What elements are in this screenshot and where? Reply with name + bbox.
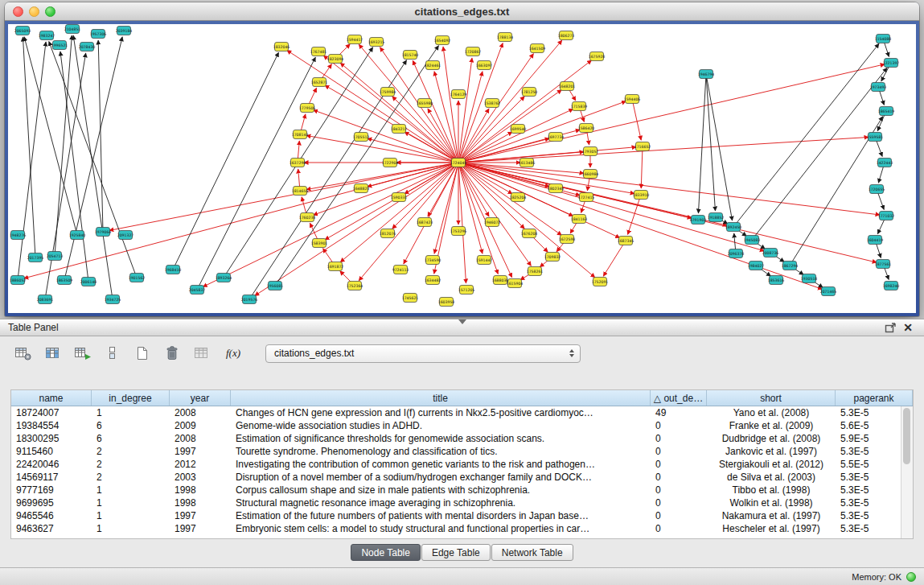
table-cell-year[interactable]: 1997 [170,510,231,521]
graph-edge[interactable] [458,90,561,163]
graph-edge[interactable] [458,163,822,289]
column-header-name[interactable]: name [11,390,92,406]
column-header-in_degree[interactable]: in_degree [92,390,170,406]
table-cell-title[interactable]: Investigating the contribution of common… [231,459,651,470]
table-cell-year[interactable]: 1998 [170,497,231,509]
table-cell-year[interactable]: 2009 [170,420,231,431]
graph-edge[interactable] [45,53,86,299]
table-cell-year[interactable]: 2008 [170,433,231,444]
close-panel-icon[interactable]: ✕ [900,322,916,333]
table-cell-out_degree[interactable]: 0 [651,433,707,444]
graph-edge[interactable] [404,163,458,264]
table-cell-out_degree[interactable]: 0 [651,510,707,521]
table-cell-in_degree[interactable]: 2 [92,459,170,470]
table-row[interactable]: 1872400712008Changes of HCN gene express… [11,406,913,419]
table-cell-title[interactable]: Estimation of the future numbers of pati… [231,510,651,521]
graph-edge[interactable] [752,68,887,240]
table-cell-short[interactable]: Nakamura et al. (1997) [707,510,836,521]
table-cell-in_degree[interactable]: 1 [92,407,170,418]
column-header-year[interactable]: year [170,390,231,406]
table-cell-name[interactable]: 9115460 [11,446,92,457]
table-cell-title[interactable]: Changes of HCN gene expression and I(f) … [231,407,651,418]
window-titlebar[interactable]: citations_edges.txt [5,2,919,21]
table-cell-name[interactable]: 18300295 [11,433,92,444]
column-header-title[interactable]: title [231,390,651,406]
graph-edge[interactable] [428,109,458,163]
table-panel-header[interactable]: Table Panel ✕ [0,319,924,336]
panel-resize-handle-icon[interactable] [458,319,466,324]
table-cell-in_degree[interactable]: 1 [92,497,170,509]
table-cell-in_degree[interactable]: 6 [92,420,170,431]
graph-edge[interactable] [458,109,489,163]
table-cell-title[interactable]: Corpus callosum shape and size in male p… [231,484,651,496]
graph-edge[interactable] [698,74,706,213]
zoom-window-button[interactable] [45,6,55,17]
column-header-pagerank[interactable]: pagerank [836,390,913,406]
graph-edge[interactable] [458,137,869,163]
table-row[interactable]: 2242004622012Investigating the contribut… [11,458,913,471]
table-cell-out_degree[interactable]: 0 [651,446,707,457]
table-cell-in_degree[interactable]: 2 [92,446,170,457]
table-cell-year[interactable]: 1997 [170,446,231,457]
graph-edge[interactable] [458,147,636,163]
table-cell-name[interactable]: 19384554 [11,420,92,431]
graph-edge[interactable] [340,63,458,163]
table-row[interactable]: 1938455462009Genome-wide association stu… [11,419,913,432]
graph-edge[interactable] [458,40,562,163]
table-selector-dropdown[interactable]: citations_edges.txt [265,344,581,363]
table-cell-title[interactable]: Genome-wide association studies in ADHD. [231,420,651,431]
new-table-icon[interactable] [132,344,153,363]
graph-edge[interactable] [55,35,72,256]
table-cell-name[interactable]: 9465546 [11,510,92,521]
table-cell-short[interactable]: Wolkin et al. (1998) [707,497,836,509]
table-cell-name[interactable]: 9463627 [11,523,92,534]
table-cell-short[interactable]: Stergiakouli et al. (2012) [707,459,836,470]
column-header-short[interactable]: short [707,390,836,406]
graph-edge[interactable] [458,163,483,253]
table-cell-year[interactable]: 2003 [170,472,231,483]
graph-edge[interactable] [603,241,626,276]
table-cell-title[interactable]: Disruption of a novel member of a sodium… [231,472,651,483]
table-cell-short[interactable]: Tibbo et al. (1998) [707,484,836,496]
table-cell-year[interactable]: 1997 [170,523,231,534]
table-row[interactable]: 911546021997Tourette syndrome. Phenomeno… [11,445,913,458]
table-cell-year[interactable]: 2012 [170,459,231,470]
graph-edge[interactable] [733,43,879,227]
column-header-out_degree[interactable]: △ out_de… [651,390,707,406]
table-cell-name[interactable]: 22420046 [11,459,92,470]
graph-svg[interactable]: 1724045161348618252041946072175329616874… [8,24,916,313]
table-cell-out_degree[interactable]: 0 [651,420,707,431]
table-cell-year[interactable]: 2008 [170,407,231,418]
tab-network-table[interactable]: Network Table [491,544,573,561]
table-cell-out_degree[interactable]: 0 [651,523,707,534]
graph-edge[interactable] [458,58,472,163]
table-cell-title[interactable]: Embryonic stem cells: a model to study s… [231,523,651,534]
minimize-window-button[interactable] [29,6,39,17]
table-cell-title[interactable]: Structural magnetic resonance image aver… [231,497,651,509]
table-cell-in_degree[interactable]: 2 [92,472,170,483]
close-window-button[interactable] [13,6,23,17]
graph-edge[interactable] [323,56,458,163]
table-cell-name[interactable]: 9699695 [11,497,92,509]
table-cell-in_degree[interactable]: 1 [92,484,170,496]
add-column-icon[interactable] [72,344,93,363]
graph-edge[interactable] [458,132,512,163]
delete-table-icon[interactable] [162,344,183,363]
import-table-icon[interactable] [191,344,212,363]
table-cell-short[interactable]: de Silva et al. (2003) [707,472,836,483]
table-cell-in_degree[interactable]: 1 [92,523,170,534]
table-cell-out_degree[interactable]: 0 [651,484,707,496]
table-row[interactable]: 946362711997Embryonic stem cells: a mode… [11,522,913,535]
graph-edge[interactable] [458,163,764,251]
graph-edge[interactable] [18,42,46,280]
table-row[interactable]: 1456911722003Disruption of a novel membe… [11,471,913,484]
float-panel-icon[interactable] [881,323,900,333]
graph-edge[interactable] [24,163,458,278]
graph-edge[interactable] [458,54,533,163]
table-cell-out_degree[interactable]: 49 [651,407,707,418]
table-cell-in_degree[interactable]: 1 [92,510,170,521]
table-cell-out_degree[interactable]: 0 [651,472,707,483]
network-canvas[interactable]: 1724045161348618252041946072175329616874… [8,24,916,313]
table-cell-out_degree[interactable]: 0 [651,459,707,470]
table-cell-short[interactable]: Yano et al. (2008) [707,407,836,418]
